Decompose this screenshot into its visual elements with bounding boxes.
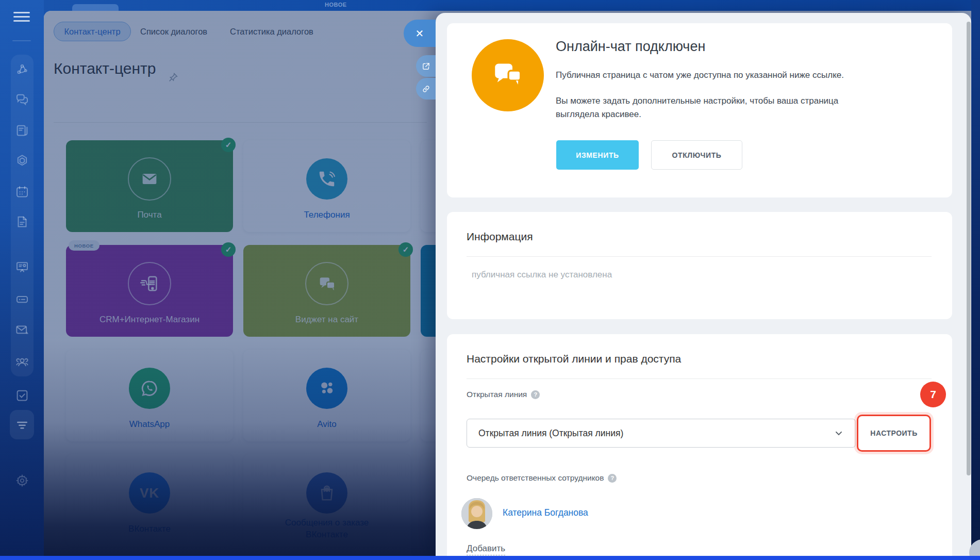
sidebar-item-tasks-icon[interactable] (14, 388, 30, 403)
sidebar-item-mail-icon[interactable] (14, 322, 30, 338)
close-slider-button[interactable]: ✕ (404, 20, 436, 47)
pin-icon[interactable] (168, 72, 179, 85)
channel-tile-whatsapp[interactable]: WhatsApp (66, 350, 233, 441)
open-line-settings-card: Настройки открытой линии и прав доступа … (447, 334, 952, 560)
tile-label: Почта (137, 209, 161, 221)
channel-tile-telephony[interactable]: Телефония (243, 140, 410, 232)
add-user-link[interactable]: Добавить (467, 543, 505, 555)
information-title: Информация (467, 230, 533, 243)
open-line-label: Открытая линия ? (467, 390, 540, 399)
panel-description-2: Вы можете задать дополнительные настройк… (556, 94, 855, 121)
online-chat-slider-panel: Онлайн-чат подключен Публичная страница … (436, 13, 971, 560)
panel-description-1: Публичная страница с чатом уже доступна … (556, 69, 917, 82)
chevron-down-icon (834, 428, 844, 438)
sidebar-item-chats-icon[interactable] (14, 92, 30, 107)
channel-tile-site-widget[interactable]: ✓ Виджет на сайт (243, 245, 410, 337)
sidebar-item-docs-icon[interactable] (14, 214, 30, 229)
tile-label: ВКонтакте (128, 523, 171, 535)
tile-label: Avito (317, 418, 337, 430)
tab-label: Контакт-центр (64, 27, 120, 37)
panel-scrollbar[interactable] (967, 22, 971, 475)
mail-icon (128, 157, 171, 201)
sidebar-item-network-icon[interactable] (14, 62, 30, 77)
configure-button[interactable]: НАСТРОИТЬ (870, 429, 917, 437)
sidebar-item-board-icon[interactable] (14, 259, 30, 275)
disable-button[interactable]: ОТКЛЮЧИТЬ (651, 140, 742, 170)
sidebar-item-calendar-icon[interactable] (14, 184, 30, 200)
vk-order-bag-icon (306, 472, 347, 514)
avito-icon (306, 368, 347, 409)
queue-user-link[interactable]: Катерина Богданова (503, 507, 588, 518)
sidebar-item-people-icon[interactable] (14, 355, 30, 370)
panel-title: Онлайн-чат подключен (556, 39, 705, 55)
channel-tile-crm-shop[interactable]: НОВОЕ ✓ CRM+Интернет-Магазин (66, 245, 233, 337)
settings-title: Настройки открытой линии и прав доступа (467, 353, 681, 365)
online-chat-icon (472, 39, 544, 111)
open-in-new-window-button[interactable] (416, 55, 436, 77)
channel-tile-vk[interactable]: VK ВКонтакте (66, 454, 233, 546)
external-link-icon (422, 62, 430, 71)
close-icon: ✕ (416, 27, 424, 40)
page-title: Контакт-центр (54, 60, 156, 77)
public-link-status: публичная ссылка не установлена (472, 270, 612, 280)
tab-dialog-list[interactable]: Список диалогов (140, 22, 207, 41)
open-line-select[interactable]: Открытая линия (Открытая линия) (467, 419, 856, 448)
sidebar-item-crm-icon[interactable] (14, 153, 30, 169)
help-icon[interactable]: ? (608, 474, 617, 483)
topnav-new-badge: НОВОЕ (325, 2, 347, 8)
tab-contact-center[interactable]: Контакт-центр (54, 22, 131, 41)
vk-icon: VK (129, 472, 170, 514)
phone-icon (306, 158, 347, 200)
title-divider (54, 122, 427, 123)
open-line-select-value: Открытая линия (Открытая линия) (478, 428, 623, 439)
connected-check-icon: ✓ (398, 242, 413, 257)
tab-dialog-stats[interactable]: Статистика диалогов (230, 22, 313, 41)
app-window: НОВОЕ Контакт-центр Список диалогов Стат… (0, 0, 980, 560)
sidebar-item-drive-icon[interactable] (14, 291, 30, 307)
section-divider (467, 256, 932, 257)
sidebar-divider (12, 40, 31, 41)
connected-check-icon: ✓ (221, 138, 236, 152)
menu-burger-icon[interactable] (13, 12, 30, 23)
sidebar-settings-gear-icon[interactable] (14, 473, 30, 488)
information-card: Информация публичная ссылка не установле… (447, 212, 952, 319)
connected-check-icon: ✓ (221, 242, 236, 257)
tile-label: Виджет на сайт (295, 314, 358, 325)
configure-button-highlight[interactable]: НАСТРОИТЬ (857, 415, 931, 452)
tab-label: Статистика диалогов (230, 27, 313, 37)
right-edge-strip (971, 0, 980, 560)
tab-label: Список диалогов (140, 27, 207, 37)
tile-label: WhatsApp (129, 418, 170, 430)
channel-tile-vk-orders[interactable]: Сообщения о заказе ВКонтакте (243, 454, 410, 546)
tile-label: Телефония (304, 209, 350, 221)
chat-status-card: Онлайн-чат подключен Публичная страница … (447, 23, 952, 197)
help-icon[interactable]: ? (531, 390, 540, 399)
channel-tile-mail[interactable]: ✓ Почта (66, 140, 233, 232)
chat-widget-icon (305, 262, 348, 305)
topnav-item-highlight[interactable] (72, 4, 119, 11)
hint-step-badge: 7 (920, 382, 946, 407)
edit-button[interactable]: ИЗМЕНИТЬ (556, 140, 639, 170)
user-avatar[interactable] (461, 498, 492, 529)
new-badge: НОВОЕ (69, 240, 99, 251)
link-icon (422, 85, 430, 93)
tile-label: CRM+Интернет-Магазин (99, 314, 200, 325)
channel-tile-avito[interactable]: Avito (243, 350, 410, 441)
shop-phone-icon (128, 262, 171, 305)
whatsapp-icon (129, 368, 170, 409)
tile-label: Сообщения о заказе ВКонтакте (268, 517, 386, 540)
sidebar-item-news-icon[interactable] (14, 123, 30, 138)
copy-link-button[interactable] (416, 78, 436, 100)
section-divider (467, 378, 932, 379)
sidebar-item-crm-funnel-icon[interactable] (14, 417, 30, 433)
bottom-accent-bar (0, 556, 980, 560)
queue-label: Очередь ответственных сотрудников ? (467, 473, 617, 483)
left-sidebar (0, 0, 44, 560)
